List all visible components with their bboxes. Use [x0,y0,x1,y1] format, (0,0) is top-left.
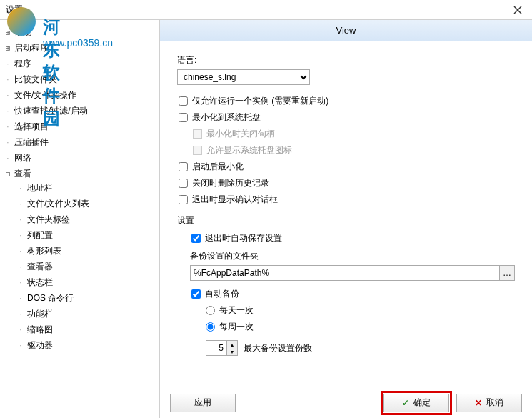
tree-label: 比较文件夹 [13,74,57,86]
close-button[interactable] [503,0,532,20]
daily-radio[interactable] [206,306,215,315]
tree-item[interactable]: ·功能栏 [16,307,156,320]
tree-item[interactable]: ·树形列表 [16,244,156,257]
browse-button[interactable]: … [499,265,515,281]
tree-item[interactable]: ·网络 [3,151,156,164]
tree-label: 树形列表 [26,245,61,257]
min-to-tray-checkbox[interactable] [179,113,188,122]
weekly-radio[interactable] [206,322,215,332]
max-backups-spinner[interactable]: ▲ ▼ [206,340,238,356]
tree-label: 状态栏 [26,277,53,289]
ok-button[interactable]: ✓确定 [383,394,449,412]
tree-dot-icon: · [16,326,26,334]
min-after-start-checkbox[interactable] [179,162,188,171]
tree-item[interactable]: ⊞常规 [3,26,156,39]
collapse-icon[interactable]: ⊟ [3,169,13,179]
tree-item[interactable]: ·选择项目 [3,120,156,133]
tree-dot-icon: · [16,310,26,318]
weekly-label: 每周一次 [219,321,254,333]
tree-dot-icon: · [3,91,13,99]
tree-item[interactable]: ·状态栏 [16,276,156,289]
tree-dot-icon: · [16,294,26,302]
confirm-exit-checkbox[interactable] [179,195,188,204]
tree-label: 驱动器 [26,339,53,352]
spinner-down-icon[interactable]: ▼ [227,348,237,355]
tree-dot-icon: · [3,154,13,162]
section-header: View [160,20,532,41]
tree-dot-icon: · [16,232,26,239]
tree-label: 程序 [13,58,31,70]
expand-icon[interactable]: ⊞ [3,44,13,53]
tree-dot-icon: · [3,60,13,68]
expand-icon[interactable]: ⊞ [3,28,13,37]
clear-history-checkbox[interactable] [179,179,188,188]
autosave-checkbox[interactable] [191,234,201,243]
tree-label: 列配置 [26,229,53,242]
tree-dot-icon: · [16,279,26,287]
tree-item[interactable]: ·列配置 [16,229,156,242]
tree-label: 启动程序 [13,42,49,54]
auto-backup-checkbox[interactable] [191,289,201,299]
tree-item[interactable]: ·快速查找/过滤/启动 [3,104,156,117]
backup-folder-label: 备份设置的文件夹 [190,250,515,262]
window-title: 设置 [6,4,503,16]
tree-dot-icon: · [3,139,13,146]
tree-item[interactable]: ⊞启动程序 [3,41,156,54]
clear-history-label: 关闭时删除历史记录 [192,177,269,189]
x-icon: ✕ [475,398,482,408]
show-tray-icon-checkbox [193,146,202,155]
tree-item[interactable]: ·查看器 [16,260,156,273]
tree-item[interactable]: ·比较文件夹 [3,73,156,86]
apply-button[interactable]: 应用 [170,394,236,412]
single-instance-checkbox[interactable] [179,96,188,106]
tree-item[interactable]: ·压缩插件 [3,136,156,149]
tree-label: 快速查找/过滤/启动 [13,105,88,117]
tree-item[interactable]: ·地址栏 [16,181,156,194]
settings-tree[interactable]: ⊞常规⊞启动程序·程序·比较文件夹·文件/文件夹操作·快速查找/过滤/启动·选择… [0,20,160,418]
confirm-exit-label: 退出时显示确认对话框 [192,194,278,206]
close-handle-checkbox [193,129,202,139]
tree-label: 缩略图 [26,324,53,336]
tree-label: 网络 [13,152,31,164]
min-after-start-label: 启动后最小化 [192,161,244,173]
tree-item[interactable]: ·DOS 命令行 [16,292,156,304]
tree-item[interactable]: ·驱动器 [16,339,156,352]
tree-dot-icon: · [16,342,26,349]
tree-item[interactable]: ⊟查看 [3,167,156,180]
tree-label: 文件夹标签 [26,214,70,226]
tree-label: 常规 [13,26,31,39]
tree-label: 文件/文件夹操作 [13,89,76,101]
daily-label: 每天一次 [219,304,254,317]
tree-label: 查看 [13,168,31,180]
tree-dot-icon: · [3,76,13,84]
language-select[interactable]: chinese_s.lng [177,69,310,85]
tree-dot-icon: · [16,200,26,208]
language-label: 语言: [177,54,515,66]
single-instance-label: 仅允许运行一个实例 (需要重新启动) [192,95,328,107]
spinner-up-icon[interactable]: ▲ [227,341,237,348]
max-backups-label: 最大备份设置份数 [244,342,312,354]
tree-label: 压缩插件 [13,136,49,149]
tree-label: 地址栏 [26,182,53,194]
tree-dot-icon: · [16,184,26,192]
backup-folder-input[interactable] [190,265,500,281]
tree-item[interactable]: ·文件夹标签 [16,213,156,226]
tree-item[interactable]: ·缩略图 [16,323,156,336]
tree-label: 功能栏 [26,308,53,320]
tree-item[interactable]: ·文件/文件夹操作 [3,89,156,101]
tree-dot-icon: · [3,107,13,115]
cancel-button[interactable]: ✕取消 [456,394,522,412]
check-icon: ✓ [402,398,409,408]
tree-label: 文件/文件夹列表 [26,198,89,210]
tree-label: 选择项目 [13,121,49,133]
tree-dot-icon: · [3,123,13,131]
tree-item[interactable]: ·文件/文件夹列表 [16,197,156,210]
show-tray-icon-label: 允许显示系统托盘图标 [206,144,292,156]
tree-item[interactable]: ·程序 [3,57,156,70]
settings-section-label: 设置 [177,214,515,227]
tree-dot-icon: · [16,263,26,271]
tree-dot-icon: · [16,216,26,224]
max-backups-input[interactable] [206,341,226,355]
close-handle-label: 最小化时关闭句柄 [206,128,275,140]
tree-dot-icon: · [16,247,26,255]
